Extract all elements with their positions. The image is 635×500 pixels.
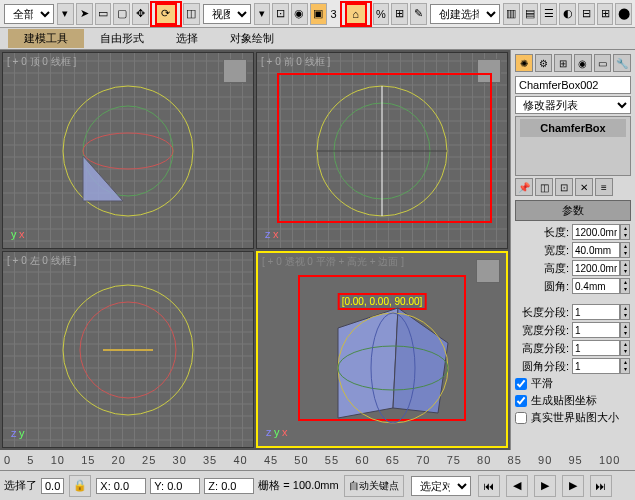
refcoord-dropdown[interactable]: 视图 [203,4,251,24]
stack-item[interactable]: ChamferBox [520,119,626,137]
angle-snap-icon[interactable]: ⌂ [345,3,367,25]
width-input[interactable] [572,242,620,258]
length-label: 长度: [515,225,569,240]
tab-modeling[interactable]: 建模工具 [8,29,84,48]
lock-selection-icon[interactable]: 🔒 [69,475,91,497]
tab-objectpaint[interactable]: 对象绘制 [214,29,290,48]
realworld-checkbox[interactable] [515,412,527,424]
create-tab-icon[interactable]: ✺ [515,54,533,72]
tool-btn[interactable]: ▢ [113,3,130,25]
pin-stack-icon[interactable]: 📌 [515,178,533,196]
spinner-icon[interactable]: ▴▾ [620,322,630,338]
selection-set-dropdown[interactable]: 创建选择集 [430,4,500,24]
wseg-input[interactable] [572,322,620,338]
viewport-label: [ + 0 顶 0 线框 ] [7,55,76,69]
filter-dropdown[interactable]: 全部 [4,4,54,24]
show-result-icon[interactable]: ◫ [535,178,553,196]
length-input[interactable] [572,224,620,240]
spinner-icon[interactable]: ▴▾ [620,358,630,374]
viewport-top[interactable]: [ + 0 顶 0 线框 ] y x [2,52,254,249]
configure-icon[interactable]: ≡ [595,178,613,196]
layers-icon[interactable]: ☰ [540,3,557,25]
modifier-list-dropdown[interactable]: 修改器列表 [515,96,631,114]
spinner-icon[interactable]: ▴▾ [620,242,630,258]
tab-freeform[interactable]: 自由形式 [84,29,160,48]
genmap-label: 生成贴图坐标 [531,393,597,408]
arrow-icon[interactable]: ➤ [76,3,93,25]
center-icon[interactable]: ▾ [254,3,271,25]
grid-label: 栅格 = 100.0mm [258,478,338,493]
axis-tripod: z y [11,427,25,439]
tool-btn[interactable]: ✎ [410,3,427,25]
spinner-icon[interactable]: ▴▾ [620,340,630,356]
timeline[interactable]: 0 5 10 15 20 25 30 35 40 45 50 55 60 65 … [0,450,635,470]
viewport-perspective[interactable]: [ + 0 透视 0 平滑 + 高光 + 边面 ] [0.00, 0.00, 9… [256,251,508,448]
tool-btn[interactable]: ◉ [291,3,308,25]
rotate-gizmo [302,71,462,231]
curve-editor-icon[interactable]: ⊟ [578,3,595,25]
modify-tab-icon[interactable]: ⚙ [535,54,553,72]
play-start-icon[interactable]: ⏮ [478,475,500,497]
scale-icon[interactable]: ◫ [183,3,200,25]
remove-mod-icon[interactable]: ✕ [575,178,593,196]
smooth-label: 平滑 [531,376,553,391]
snap-highlight: ⌂ [340,1,372,27]
material-icon[interactable]: ⬤ [615,3,632,25]
play-prev-icon[interactable]: ◀ [506,475,528,497]
rotate-icon[interactable]: ⟳ [155,3,177,25]
play-next-icon[interactable]: ▶ [562,475,584,497]
spinner-icon[interactable]: ▴▾ [620,278,630,294]
rotate-highlight: ⟳ [150,1,182,27]
autokey-button[interactable]: 自动关键点 [344,475,404,497]
genmap-checkbox[interactable] [515,395,527,407]
move-icon[interactable]: ✥ [132,3,149,25]
hierarchy-tab-icon[interactable]: ⊞ [554,54,572,72]
spinner-icon[interactable]: ▴▾ [620,224,630,240]
hseg-input[interactable] [572,340,620,356]
height-label: 高度: [515,261,569,276]
height-input[interactable] [572,260,620,276]
rect-select-icon[interactable]: ▭ [95,3,112,25]
fseg-input[interactable] [572,358,620,374]
align-icon[interactable]: ▤ [522,3,539,25]
unique-icon[interactable]: ⊡ [555,178,573,196]
spinner-icon[interactable]: ▴▾ [620,260,630,276]
tool-btn[interactable]: ⊡ [272,3,289,25]
viewport-left[interactable]: [ + 0 左 0 线框 ] z y [2,251,254,448]
viewcube-icon[interactable] [223,59,247,83]
axis-tripod: z x [265,228,279,240]
tool-btn[interactable]: ▾ [57,3,74,25]
modifier-stack[interactable]: ChamferBox [515,116,631,176]
mirror-icon[interactable]: ▥ [503,3,520,25]
smooth-checkbox[interactable] [515,378,527,390]
fseg-label: 圆角分段: [515,359,569,374]
tool-btn[interactable]: ◐ [559,3,576,25]
object-name-input[interactable] [515,76,631,94]
main-toolbar: 全部 ▾ ➤ ▭ ▢ ✥ ⟳ ◫ 视图 ▾ ⊡ ◉ ▣ 3 ⌂ % ⊞ ✎ 创建… [0,0,635,28]
coord-x[interactable]: X: 0.0 [96,478,146,494]
play-end-icon[interactable]: ⏭ [590,475,612,497]
viewport-label: [ + 0 左 0 线框 ] [7,254,76,268]
command-tabs: ✺ ⚙ ⊞ ◉ ▭ 🔧 [515,54,631,72]
spinner-icon[interactable]: ▴▾ [620,304,630,320]
keymode-dropdown[interactable]: 选定对象 [411,476,471,496]
percent-snap-icon[interactable]: % [373,3,390,25]
tab-selection[interactable]: 选择 [160,29,214,48]
time-ruler: 0 5 10 15 20 25 30 35 40 45 50 55 60 65 … [4,454,620,466]
fillet-input[interactable] [572,278,620,294]
rotate-gizmo [48,71,208,231]
motion-tab-icon[interactable]: ◉ [574,54,592,72]
play-icon[interactable]: ▶ [534,475,556,497]
tool-btn[interactable]: ⊞ [597,3,614,25]
lseg-input[interactable] [572,304,620,320]
tool-btn[interactable]: ▣ [310,3,327,25]
display-tab-icon[interactable]: ▭ [594,54,612,72]
params-rollout-header[interactable]: 参数 [515,200,631,221]
coord-z[interactable]: Z: 0.0 [204,478,254,494]
utilities-tab-icon[interactable]: 🔧 [613,54,631,72]
workspace: [ + 0 顶 0 线框 ] y x [ + 0 前 0 线框 ] z x [0,50,635,450]
tool-btn[interactable]: ⊞ [391,3,408,25]
viewport-front[interactable]: [ + 0 前 0 线框 ] z x [256,52,508,249]
wseg-label: 宽度分段: [515,323,569,338]
coord-y[interactable]: Y: 0.0 [150,478,200,494]
